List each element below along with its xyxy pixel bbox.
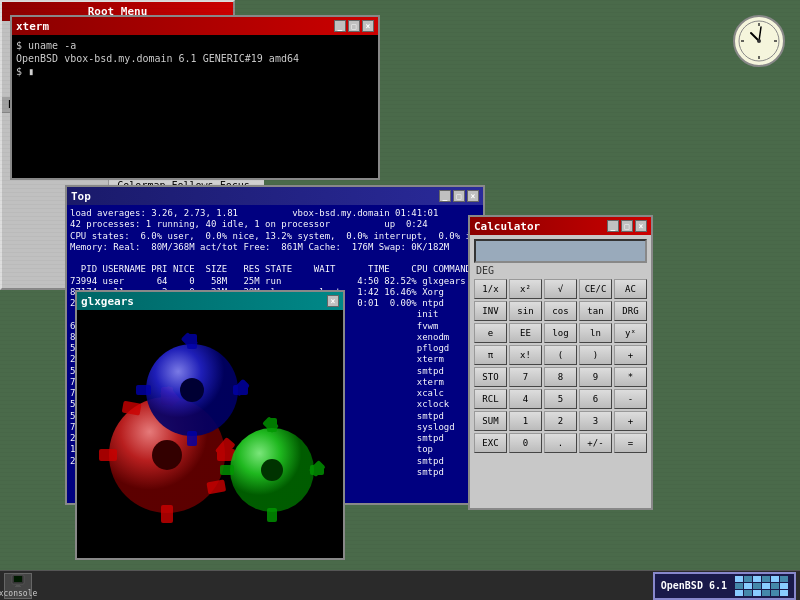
grid-cell (753, 583, 761, 589)
xterm-minimize-btn[interactable]: _ (334, 20, 346, 32)
calc-btn-7[interactable]: 7 (509, 367, 542, 387)
calc-btn-exc[interactable]: EXC (474, 433, 507, 453)
xterm-titlebar: xterm _ □ × (12, 17, 378, 35)
svg-point-33 (757, 39, 761, 43)
xterm-title-buttons: _ □ × (334, 20, 374, 32)
svg-rect-13 (187, 431, 197, 446)
calc-btn-plusminus[interactable]: +/- (579, 433, 612, 453)
grid-cell (762, 576, 770, 582)
calc-btn-ee[interactable]: EE (509, 323, 542, 343)
top-close-btn[interactable]: × (467, 190, 479, 202)
calc-minimize-btn[interactable]: _ (607, 220, 619, 232)
svg-rect-5 (99, 449, 117, 461)
calc-btn-equals[interactable]: = (614, 433, 647, 453)
calc-btn-3[interactable]: 3 (579, 411, 612, 431)
calc-btn-1x[interactable]: 1/x (474, 279, 507, 299)
calc-btn-yx[interactable]: yˣ (614, 323, 647, 343)
calc-btn-rparen[interactable]: ) (579, 345, 612, 365)
xterm-window[interactable]: xterm _ □ × $ uname -a OpenBSD vbox-bsd.… (10, 15, 380, 180)
grid-cell (744, 583, 752, 589)
calc-btn-ac[interactable]: AC (614, 279, 647, 299)
top-minimize-btn[interactable]: _ (439, 190, 451, 202)
svg-rect-3 (161, 505, 173, 523)
xterm-title: xterm (16, 20, 49, 33)
taskbar-xconsole-icon[interactable]: xconsole (4, 573, 32, 599)
calc-btn-e[interactable]: e (474, 323, 507, 343)
calc-btn-plus2[interactable]: + (614, 411, 647, 431)
grid-cell (753, 576, 761, 582)
calc-buttons: 1/x x² √ CE/C AC INV sin cos tan DRG e E… (474, 279, 647, 453)
calc-btn-6[interactable]: 6 (579, 389, 612, 409)
openbsd-badge: OpenBSD 6.1 (653, 572, 796, 600)
grid-cell (762, 583, 770, 589)
grid-cell (771, 576, 779, 582)
calc-btn-2[interactable]: 2 (544, 411, 577, 431)
svg-point-19 (261, 459, 283, 481)
calc-btn-9[interactable]: 9 (579, 367, 612, 387)
glxgears-title: glxgears (81, 295, 134, 308)
calc-btn-minus[interactable]: - (614, 389, 647, 409)
glxgears-window[interactable]: glxgears × (75, 290, 345, 560)
svg-point-1 (152, 440, 182, 470)
calc-btn-lparen[interactable]: ( (544, 345, 577, 365)
calc-btn-cec[interactable]: CE/C (579, 279, 612, 299)
calc-btn-mul[interactable]: * (614, 367, 647, 387)
grid-cell (780, 576, 788, 582)
glxgears-content (77, 310, 343, 558)
calc-btn-pi[interactable]: π (474, 345, 507, 365)
grid-cell (744, 576, 752, 582)
svg-rect-35 (14, 576, 22, 582)
calc-btn-plus[interactable]: + (614, 345, 647, 365)
calc-close-btn[interactable]: × (635, 220, 647, 232)
taskbar-xconsole-label: xconsole (0, 589, 37, 598)
monitor-icon (11, 574, 25, 588)
clock-face (737, 19, 781, 63)
calc-btn-sin[interactable]: sin (509, 301, 542, 321)
calc-btn-0[interactable]: 0 (509, 433, 542, 453)
calc-btn-rcl[interactable]: RCL (474, 389, 507, 409)
top-title: Top (71, 190, 91, 203)
calculator-window[interactable]: Calculator _ □ × DEG 1/x x² √ CE/C AC IN… (468, 215, 653, 510)
glxgears-title-buttons: × (327, 295, 339, 307)
xterm-maximize-btn[interactable]: □ (348, 20, 360, 32)
svg-point-11 (180, 378, 204, 402)
calc-btn-sto[interactable]: STO (474, 367, 507, 387)
grid-cell (780, 583, 788, 589)
calc-mode: DEG (474, 265, 647, 276)
calc-btn-cos[interactable]: cos (544, 301, 577, 321)
grid-cell (762, 590, 770, 596)
glxgears-close-btn[interactable]: × (327, 295, 339, 307)
calc-btn-sum[interactable]: SUM (474, 411, 507, 431)
calc-maximize-btn[interactable]: □ (621, 220, 633, 232)
grid-cell (771, 590, 779, 596)
calc-btn-5[interactable]: 5 (544, 389, 577, 409)
calc-btn-xfact[interactable]: x! (509, 345, 542, 365)
top-title-buttons: _ □ × (439, 190, 479, 202)
calc-btn-1[interactable]: 1 (509, 411, 542, 431)
calc-btn-dot[interactable]: . (544, 433, 577, 453)
grid-cell (753, 590, 761, 596)
calc-btn-sqrt[interactable]: √ (544, 279, 577, 299)
calc-btn-4[interactable]: 4 (509, 389, 542, 409)
grid-cell (780, 590, 788, 596)
calc-content: DEG 1/x x² √ CE/C AC INV sin cos tan DRG… (470, 235, 651, 508)
grid-cell (744, 590, 752, 596)
calc-btn-drg[interactable]: DRG (614, 301, 647, 321)
grid-cell (735, 576, 743, 582)
top-maximize-btn[interactable]: □ (453, 190, 465, 202)
svg-rect-9 (122, 401, 142, 416)
calc-btn-ln[interactable]: ln (579, 323, 612, 343)
calc-btn-log[interactable]: log (544, 323, 577, 343)
calc-btn-x2[interactable]: x² (509, 279, 542, 299)
calc-btn-tan[interactable]: tan (579, 301, 612, 321)
taskbar: xconsole OpenBSD 6.1 (0, 570, 800, 600)
glxgears-titlebar: glxgears × (77, 292, 343, 310)
taskbar-grid (735, 576, 788, 596)
xterm-close-btn[interactable]: × (362, 20, 374, 32)
svg-rect-15 (136, 385, 151, 395)
xterm-content[interactable]: $ uname -a OpenBSD vbox-bsd.my.domain 6.… (12, 35, 378, 178)
calc-btn-inv[interactable]: INV (474, 301, 507, 321)
calc-titlebar: Calculator _ □ × (470, 217, 651, 235)
calc-btn-8[interactable]: 8 (544, 367, 577, 387)
grid-cell (735, 583, 743, 589)
